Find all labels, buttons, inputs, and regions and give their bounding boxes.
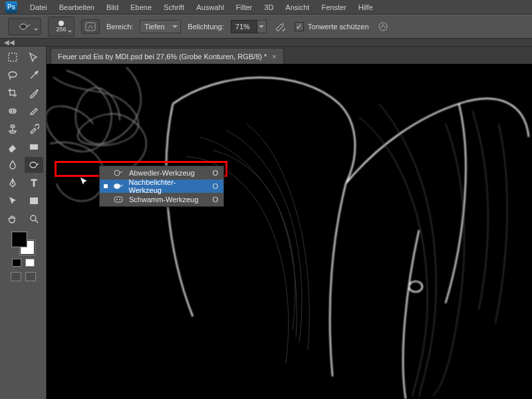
- default-colors[interactable]: [12, 259, 35, 267]
- tools-panel: T: [0, 47, 47, 399]
- pressure-size-toggle[interactable]: [376, 19, 390, 34]
- document-tab-title: Feuer und Eis by MDI.psd bei 27,6% (Grob…: [58, 53, 267, 61]
- svg-point-17: [114, 170, 120, 176]
- type-tool[interactable]: T: [25, 175, 43, 191]
- brush-panel-toggle[interactable]: [81, 19, 100, 34]
- burn-tool[interactable]: [25, 157, 43, 173]
- flyout-item-dodge[interactable]: Abwedler-Werkzeug O: [100, 166, 223, 180]
- path-selection-tool[interactable]: [3, 193, 22, 209]
- menu-ansicht[interactable]: Ansicht: [279, 3, 315, 11]
- airbrush-toggle[interactable]: [273, 19, 288, 34]
- range-label: Bereich:: [106, 23, 133, 31]
- clone-stamp-tool[interactable]: [3, 121, 22, 137]
- app-logo: Ps: [5, 1, 17, 13]
- history-brush-tool[interactable]: [25, 121, 43, 137]
- panel-collapse-strip[interactable]: ◀◀: [0, 39, 532, 47]
- pen-tool[interactable]: [3, 175, 22, 191]
- eraser-tool[interactable]: [3, 139, 22, 155]
- color-swatches[interactable]: [12, 232, 35, 255]
- exposure-field[interactable]: 71%: [231, 20, 257, 33]
- flyout-item-label: Nachbelichter-Werkzeug: [129, 178, 207, 194]
- brush-panel-icon: [85, 22, 96, 31]
- flyout-item-burn[interactable]: Nachbelichter-Werkzeug O: [100, 180, 223, 193]
- canvas[interactable]: Abwedler-Werkzeug O Nachbelichter-Werkze…: [47, 64, 532, 399]
- menu-bearbeiten[interactable]: Bearbeiten: [53, 3, 100, 11]
- menu-bild[interactable]: Bild: [100, 3, 124, 11]
- brush-dot-icon: [59, 21, 64, 26]
- flyout-item-sponge[interactable]: Schwamm-Werkzeug O: [100, 193, 223, 206]
- menu-bar: Ps Datei Bearbeiten Bild Ebene Schrift A…: [0, 0, 532, 15]
- options-bar: 256 Bereich: Tiefen Belichtung: 71% Tonw…: [0, 15, 532, 39]
- dodge-icon: [113, 168, 124, 178]
- workspace: T Feuer und Eis by MDI.psd bei 27,6% (Gr…: [0, 47, 532, 399]
- svg-point-14: [31, 215, 36, 221]
- menu-hilfe[interactable]: Hilfe: [352, 3, 379, 11]
- range-value: Tiefen: [144, 23, 164, 31]
- rectangle-tool[interactable]: [25, 193, 43, 209]
- canvas-image: [47, 64, 532, 399]
- svg-point-2: [283, 30, 284, 31]
- blur-tool[interactable]: [3, 157, 22, 173]
- exposure-label: Belichtung:: [188, 23, 223, 31]
- flyout-item-shortcut: O: [212, 182, 218, 190]
- svg-rect-10: [30, 144, 38, 150]
- exposure-dropdown-arrow[interactable]: [257, 20, 267, 33]
- marquee-tool[interactable]: [3, 49, 22, 65]
- sponge-icon: [113, 195, 124, 204]
- svg-point-5: [9, 72, 17, 77]
- foreground-color-swatch[interactable]: [12, 232, 27, 247]
- protect-tones-checkbox[interactable]: [295, 22, 304, 31]
- protect-tones-label: Tonwerte schützen: [308, 23, 369, 31]
- menu-3d[interactable]: 3D: [258, 3, 279, 11]
- gradient-tool[interactable]: [25, 139, 43, 155]
- screen-mode-icon: [25, 272, 36, 281]
- menu-fenster[interactable]: Fenster: [315, 3, 352, 11]
- range-dropdown[interactable]: Tiefen: [140, 20, 181, 33]
- eyedropper-tool[interactable]: [25, 85, 43, 101]
- svg-rect-13: [30, 198, 38, 204]
- move-tool[interactable]: [25, 49, 43, 65]
- tool-flyout-highlight: Abwedler-Werkzeug O Nachbelichter-Werkze…: [55, 161, 227, 177]
- zoom-tool[interactable]: [25, 211, 43, 227]
- flyout-item-shortcut: O: [212, 196, 218, 203]
- flyout-item-label: Schwamm-Werkzeug: [129, 196, 198, 203]
- quick-mask-toggle[interactable]: [11, 272, 36, 281]
- brush-size-value: 256: [56, 26, 66, 33]
- lasso-tool[interactable]: [3, 67, 22, 83]
- brush-preset-picker[interactable]: 256: [48, 17, 74, 37]
- svg-point-21: [119, 199, 120, 200]
- document-area: Feuer und Eis by MDI.psd bei 27,6% (Grob…: [47, 47, 532, 399]
- hand-tool[interactable]: [3, 211, 22, 227]
- brush-tool[interactable]: [25, 103, 43, 119]
- close-icon[interactable]: ×: [272, 53, 276, 61]
- magic-wand-tool[interactable]: [25, 67, 43, 83]
- standard-mode-icon: [11, 272, 21, 281]
- flyout-item-label: Abwedler-Werkzeug: [129, 169, 195, 177]
- svg-point-1: [284, 29, 285, 30]
- svg-point-11: [30, 162, 37, 168]
- pressure-icon: [377, 21, 389, 32]
- svg-point-6: [37, 71, 38, 72]
- document-tab-bar: Feuer und Eis by MDI.psd bei 27,6% (Grob…: [47, 47, 532, 64]
- menu-filter[interactable]: Filter: [230, 3, 258, 11]
- menu-datei[interactable]: Datei: [24, 3, 53, 11]
- svg-point-9: [13, 110, 15, 112]
- svg-rect-19: [114, 197, 122, 202]
- document-tab[interactable]: Feuer und Eis by MDI.psd bei 27,6% (Grob…: [51, 48, 284, 64]
- menu-auswahl[interactable]: Auswahl: [190, 3, 230, 11]
- tool-preset-picker[interactable]: [8, 18, 41, 35]
- tool-flyout-menu: Abwedler-Werkzeug O Nachbelichter-Werkze…: [99, 166, 224, 207]
- menu-schrift[interactable]: Schrift: [158, 3, 190, 11]
- svg-point-8: [11, 110, 12, 112]
- svg-rect-0: [86, 23, 95, 31]
- flyout-item-shortcut: O: [212, 169, 218, 177]
- burn-tool-icon: [18, 22, 31, 31]
- crop-tool[interactable]: [3, 85, 22, 101]
- healing-brush-tool[interactable]: [3, 103, 22, 119]
- menu-ebene[interactable]: Ebene: [124, 3, 158, 11]
- svg-text:T: T: [31, 178, 37, 188]
- burn-icon: [113, 182, 124, 191]
- svg-point-3: [379, 23, 387, 31]
- exposure-value: 71%: [235, 23, 250, 31]
- airbrush-icon: [275, 21, 287, 32]
